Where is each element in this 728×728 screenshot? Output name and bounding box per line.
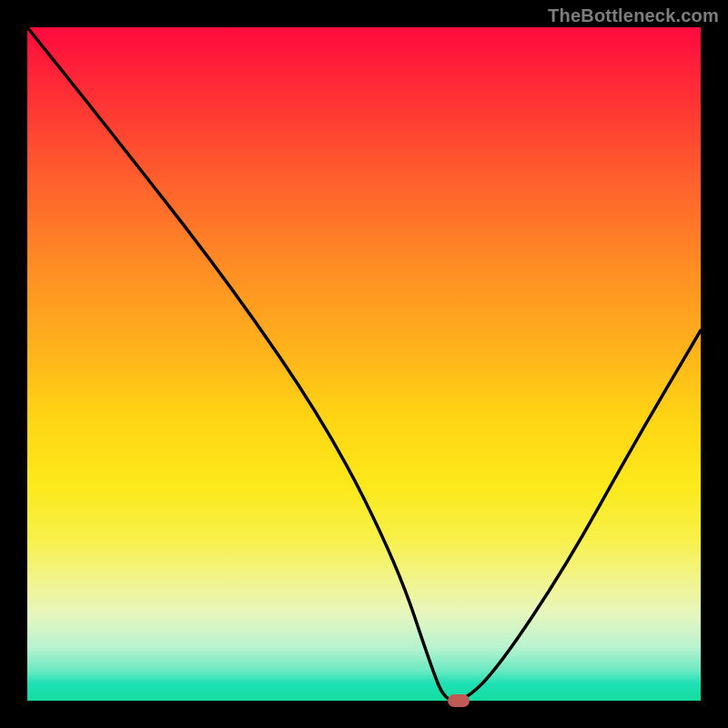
chart-container: TheBottleneck.com [0,0,728,728]
plot-area [27,27,701,701]
optimal-marker [448,694,470,707]
bottleneck-curve [27,27,701,701]
watermark-text: TheBottleneck.com [548,5,719,26]
